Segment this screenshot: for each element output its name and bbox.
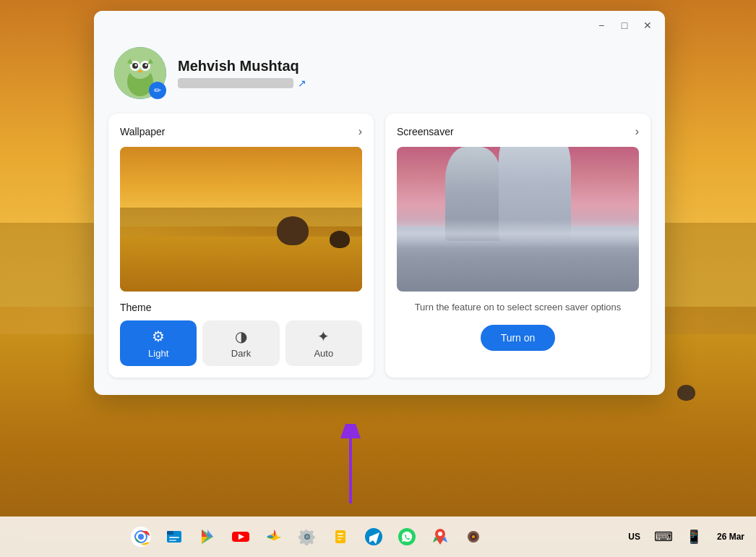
theme-light-button[interactable]: ⚙ Light: [120, 320, 197, 366]
wallpaper-card: Wallpaper › Theme ⚙ Light: [108, 114, 374, 378]
svg-rect-20: [169, 540, 176, 541]
profile-email-blur: [178, 78, 293, 88]
svg-rect-19: [169, 537, 179, 538]
theme-label: Theme: [120, 302, 362, 313]
taskbar-files[interactable]: [158, 521, 190, 553]
taskbar-keep[interactable]: [325, 521, 356, 553]
screensaver-arrow[interactable]: ›: [635, 125, 639, 138]
taskbar-chrome[interactable]: [125, 521, 157, 553]
taskbar-whatsapp[interactable]: [391, 521, 423, 553]
system-tray: US ⌨ 📱 26 Mar: [617, 516, 756, 557]
ss-mist: [397, 219, 639, 248]
svg-marker-24: [207, 530, 213, 537]
taskbar-youtube[interactable]: [225, 521, 257, 553]
svg-point-36: [438, 532, 442, 536]
taskbar-date[interactable]: 26 Mar: [711, 529, 750, 545]
wallpaper-arrow[interactable]: ›: [358, 125, 362, 138]
window-titlebar: − □ ✕: [94, 11, 665, 40]
theme-dark-button[interactable]: ◑ Dark: [202, 320, 279, 366]
taskbar-coffee[interactable]: [458, 521, 489, 553]
svg-rect-18: [167, 531, 173, 535]
screensaver-card: Screensaver › Turn the feature on to sel…: [385, 114, 650, 378]
photos-icon: [264, 527, 284, 547]
maximize-button[interactable]: □: [616, 17, 633, 34]
svg-point-29: [306, 535, 309, 538]
light-theme-icon: ⚙: [152, 328, 165, 345]
svg-rect-32: [338, 536, 343, 537]
cards-container: Wallpaper › Theme ⚙ Light: [94, 114, 665, 395]
taskbar-photos[interactable]: [258, 521, 290, 553]
annotation-arrow: [329, 424, 372, 511]
screensaver-card-header: Screensaver ›: [397, 125, 639, 138]
svg-point-7: [135, 64, 137, 67]
profile-info: Mehvish Mushtaq ↗: [178, 58, 306, 89]
dark-theme-icon: ◑: [235, 328, 247, 345]
svg-point-16: [138, 534, 144, 540]
keyboard-icon-button[interactable]: ⌨: [650, 524, 676, 550]
wallpaper-preview[interactable]: [120, 147, 362, 292]
whatsapp-icon: [397, 527, 417, 547]
taskbar-maps[interactable]: [424, 521, 456, 553]
settings-icon: [297, 527, 317, 547]
wallpaper-card-header: Wallpaper ›: [120, 125, 362, 138]
taskbar: US ⌨ 📱 26 Mar: [0, 516, 756, 557]
wallpaper-title: Wallpaper: [120, 126, 166, 137]
svg-point-8: [145, 64, 147, 67]
turn-on-button[interactable]: Turn on: [481, 325, 556, 351]
taskbar-settings[interactable]: [291, 521, 323, 553]
profile-name: Mehvish Mushtaq: [178, 58, 306, 75]
taskbar-icons: [0, 521, 614, 553]
svg-rect-31: [338, 533, 343, 535]
personalization-window: − □ ✕: [94, 11, 665, 395]
keep-icon: [330, 527, 351, 547]
svg-point-39: [472, 535, 475, 538]
telegram-icon: [364, 527, 384, 547]
keyboard-layout[interactable]: US: [622, 529, 646, 545]
wallpaper-beach-scene: [120, 147, 362, 292]
screensaver-scene: [397, 147, 639, 292]
screensaver-preview[interactable]: [397, 147, 639, 292]
theme-light-label: Light: [148, 348, 168, 359]
svg-rect-33: [338, 539, 341, 540]
coffee-icon: [463, 527, 484, 547]
taskbar-playstore[interactable]: [192, 521, 223, 553]
profile-email-row: ↗: [178, 77, 306, 89]
minimize-button[interactable]: −: [593, 17, 610, 34]
auto-theme-icon: ✦: [317, 328, 330, 345]
arrow-annotation: [329, 424, 372, 514]
maps-icon: [430, 527, 450, 547]
theme-auto-label: Auto: [314, 348, 333, 359]
avatar-container: ✏: [114, 47, 166, 99]
playstore-icon: [197, 527, 218, 547]
taskbar-telegram[interactable]: [358, 521, 390, 553]
profile-email-link[interactable]: ↗: [298, 77, 306, 89]
theme-buttons: ⚙ Light ◑ Dark ✦ Auto: [120, 320, 362, 366]
chrome-icon: [131, 527, 151, 547]
avatar-edit-button[interactable]: ✏: [149, 82, 166, 99]
files-icon: [164, 527, 184, 547]
screen-icon-button[interactable]: 📱: [681, 524, 707, 550]
theme-dark-label: Dark: [231, 348, 251, 359]
profile-section: ✏ Mehvish Mushtaq ↗: [94, 40, 665, 114]
screensaver-title: Screensaver: [397, 126, 454, 137]
theme-auto-button[interactable]: ✦ Auto: [285, 320, 362, 366]
youtube-icon: [231, 527, 251, 547]
screensaver-description: Turn the feature on to select screen sav…: [397, 300, 639, 315]
close-button[interactable]: ✕: [639, 17, 656, 34]
